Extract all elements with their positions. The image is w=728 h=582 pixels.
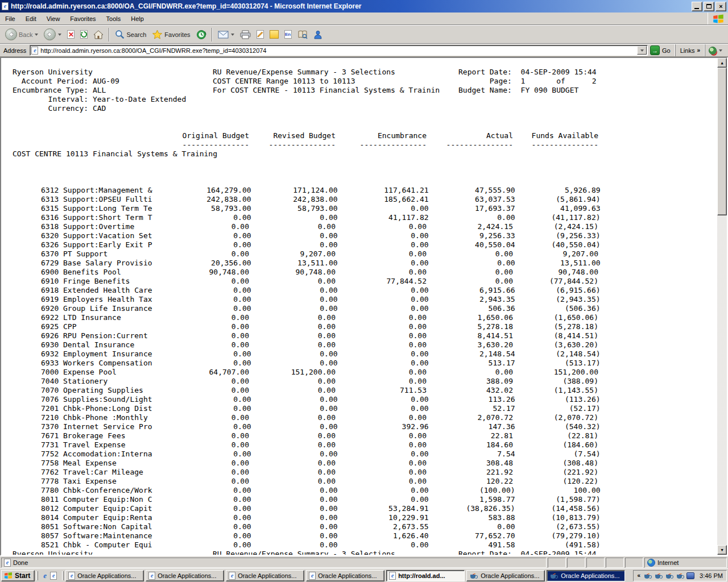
forward-dropdown-icon[interactable] bbox=[58, 34, 61, 36]
menubar: FileEditViewFavoritesToolsHelp bbox=[0, 13, 728, 25]
tray-icon[interactable] bbox=[665, 571, 674, 580]
tray-icon[interactable] bbox=[654, 571, 663, 580]
scrollbar-thumb[interactable] bbox=[717, 68, 727, 215]
links-button[interactable]: Links » bbox=[675, 44, 705, 56]
menu-item[interactable]: Edit bbox=[20, 13, 42, 24]
tray-icon[interactable] bbox=[676, 571, 685, 580]
account-code: 7000 bbox=[41, 368, 63, 377]
revised-budget-value: 0.00 bbox=[251, 522, 338, 531]
taskbar-button[interactable]: Oracle Applications... bbox=[65, 570, 144, 581]
account-description: Operating Supplies bbox=[63, 386, 150, 395]
back-button[interactable]: Back bbox=[2, 27, 41, 43]
funds-available-value: (79,279.10) bbox=[515, 531, 601, 541]
pdf-dropdown-icon[interactable] bbox=[719, 49, 722, 52]
back-dropdown-icon[interactable] bbox=[35, 34, 38, 36]
mail-dropdown-icon[interactable] bbox=[231, 34, 234, 36]
stop-button[interactable]: ✕ bbox=[64, 27, 77, 43]
funds-available-value: (388.09) bbox=[513, 377, 598, 386]
favorites-icon bbox=[152, 30, 163, 39]
encumbrance-value: 0.00 bbox=[338, 450, 429, 459]
report-row: 6313 Support:OPSEU Fullti 242,838.00 242… bbox=[13, 195, 717, 204]
search-icon bbox=[115, 30, 125, 39]
menu-item[interactable]: Favorites bbox=[65, 13, 101, 24]
restore-button[interactable] bbox=[704, 2, 714, 11]
history-icon bbox=[196, 30, 206, 40]
translate-plugin-button[interactable]: En bbox=[282, 27, 295, 43]
address-url[interactable]: http://roald.admin.ryerson.ca:8000/OA_CG… bbox=[40, 47, 637, 54]
actual-value: (38,826.35) bbox=[429, 504, 515, 513]
actual-value: 432.02 bbox=[427, 386, 513, 395]
account-code: 7778 bbox=[41, 477, 63, 486]
funds-available-value: (2,673.55) bbox=[515, 522, 601, 531]
messenger-button[interactable] bbox=[311, 27, 325, 43]
funds-available-value: (10,813.79) bbox=[515, 513, 601, 522]
actual-value: 2,424.15 bbox=[427, 222, 513, 231]
taskbar-button[interactable]: Oracle Applications... bbox=[306, 570, 384, 581]
address-dropdown-button[interactable] bbox=[637, 46, 647, 55]
search-button[interactable]: Search bbox=[112, 27, 149, 43]
history-button[interactable] bbox=[193, 27, 209, 43]
scroll-up-button[interactable]: ▲ bbox=[717, 58, 727, 68]
account-description: Support:Vacation Set bbox=[63, 231, 152, 240]
tray-chevron-button[interactable]: « bbox=[636, 572, 642, 579]
print-button[interactable] bbox=[237, 27, 254, 43]
vertical-scrollbar[interactable]: ▲ ▼ bbox=[717, 58, 727, 555]
account-code: 7201 bbox=[41, 404, 63, 413]
original-budget-value: 0.00 bbox=[152, 286, 251, 295]
mail-button[interactable] bbox=[215, 27, 237, 43]
menu-item[interactable]: File bbox=[0, 13, 20, 24]
refresh-icon bbox=[80, 30, 88, 39]
funds-available-value: 5,926.89 bbox=[515, 186, 601, 195]
discuss-button[interactable] bbox=[267, 27, 282, 43]
minimize-button[interactable] bbox=[692, 2, 702, 11]
report-row: 8014 Computer Equip:Renta 0.00 0.00 10,2… bbox=[13, 513, 717, 522]
quick-launch-browser-icon[interactable] bbox=[50, 572, 57, 580]
original-budget-value: 0.00 bbox=[152, 350, 251, 359]
forward-button[interactable] bbox=[41, 27, 64, 43]
start-button[interactable]: Start bbox=[1, 570, 35, 581]
pdf-globe-icon bbox=[709, 47, 717, 55]
pdf-converter-button[interactable] bbox=[705, 44, 726, 56]
encumbrance-value: 53,284.91 bbox=[338, 504, 429, 513]
funds-available-value: (5,278.18) bbox=[513, 322, 598, 331]
quick-launch-ie-icon[interactable]: e bbox=[43, 572, 47, 579]
revised-budget-value: 0.00 bbox=[249, 431, 336, 440]
account-description: Support:Overtime bbox=[63, 222, 150, 231]
actual-value: 77,652.70 bbox=[429, 531, 515, 541]
system-tray: « 3:46 PM bbox=[633, 570, 727, 581]
account-description: Benefits Pool bbox=[63, 268, 150, 277]
taskbar-button[interactable]: Oracle Applications... bbox=[146, 570, 224, 581]
encumbrance-value: 711.53 bbox=[336, 386, 427, 395]
home-button[interactable] bbox=[90, 27, 106, 43]
refresh-button[interactable] bbox=[77, 27, 90, 43]
report-row: 7762 Travel:Car Mileage 0.00 0.00 0.00 2… bbox=[13, 468, 717, 477]
taskbar-button[interactable]: Oracle Applications... bbox=[226, 570, 304, 581]
taskbar-button[interactable]: Oracle Applications... bbox=[466, 570, 545, 581]
encumbrance-value: 0.00 bbox=[338, 204, 429, 213]
tray-icon[interactable] bbox=[643, 571, 652, 580]
edit-button[interactable] bbox=[254, 27, 267, 43]
zone-label: Internet bbox=[657, 559, 679, 566]
address-input[interactable]: http://roald.admin.ryerson.ca:8000/OA_CG… bbox=[30, 45, 648, 56]
close-button[interactable]: × bbox=[715, 2, 726, 11]
taskbar-button[interactable]: Oracle Applications... bbox=[547, 570, 625, 581]
tray-icon[interactable] bbox=[686, 572, 694, 579]
status-bar: Done Internet bbox=[0, 556, 728, 568]
favorites-button[interactable]: Favorites bbox=[149, 27, 193, 43]
taskbar-button-label: Oracle Applications... bbox=[77, 572, 141, 579]
account-code: 8057 bbox=[41, 531, 63, 541]
account-description: Chbk-Phone:Long Dist bbox=[63, 404, 152, 413]
menu-item[interactable]: View bbox=[42, 13, 65, 24]
taskbar-button[interactable]: http://roald.ad... bbox=[386, 570, 465, 581]
menu-item[interactable]: Help bbox=[126, 13, 149, 24]
actual-value: 308.48 bbox=[427, 459, 513, 468]
start-label: Start bbox=[15, 572, 30, 580]
funds-available-value: (52.17) bbox=[515, 404, 601, 413]
menu-item[interactable]: Tools bbox=[101, 13, 126, 24]
scroll-down-button[interactable]: ▼ bbox=[717, 545, 727, 555]
revised-budget-value: 0.00 bbox=[251, 486, 338, 495]
research-button[interactable] bbox=[295, 27, 311, 43]
go-button[interactable]: → Go bbox=[648, 44, 675, 56]
stop-icon: ✕ bbox=[67, 30, 75, 39]
report-column-headers: Original Budget Revised Budget Encumbran… bbox=[13, 131, 717, 140]
